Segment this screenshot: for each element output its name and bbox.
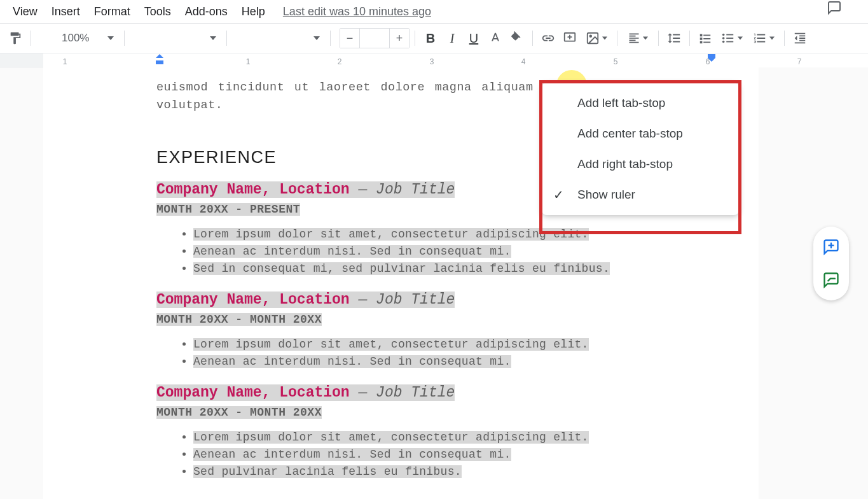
separator	[689, 31, 690, 46]
ruler-tick: 5	[614, 57, 618, 66]
menu-addons[interactable]: Add-ons	[179, 1, 234, 22]
svg-point-4	[722, 37, 725, 39]
svg-rect-6	[156, 60, 163, 64]
ctx-add-center-tab-stop[interactable]: Add center tab-stop	[542, 118, 739, 149]
svg-point-5	[722, 41, 725, 43]
job-title: Job Title	[376, 384, 455, 401]
ruler[interactable]: 1 1 2 3 4 5 6 7	[0, 53, 868, 67]
ruler-tick: 1	[246, 57, 251, 66]
dash: —	[350, 384, 376, 401]
paint-format-button[interactable]	[5, 28, 25, 48]
chevron-down-icon	[602, 36, 607, 41]
ctx-add-left-tab-stop[interactable]: Add left tab-stop	[542, 88, 739, 118]
job-dates[interactable]: MONTH 20XX - MONTH 20XX	[156, 406, 645, 419]
check-icon: ✓	[553, 187, 564, 202]
underline-button[interactable]: U	[464, 28, 484, 48]
menu-help[interactable]: Help	[235, 1, 272, 22]
last-edit-link[interactable]: Last edit was 10 minutes ago	[283, 5, 431, 18]
company-name: Company Name, Location	[156, 292, 350, 308]
highlight-color-button[interactable]	[507, 28, 527, 48]
line-spacing-button[interactable]	[664, 28, 684, 48]
add-comment-floating-button[interactable]	[820, 235, 843, 258]
comment-history-icon[interactable]	[826, 0, 843, 18]
checklist-button[interactable]	[695, 28, 715, 48]
chevron-down-icon	[769, 36, 775, 41]
separator	[31, 31, 31, 46]
ruler-left-indent-marker[interactable]	[156, 54, 163, 68]
chevron-down-icon	[643, 36, 648, 41]
insert-image-button[interactable]	[581, 28, 612, 48]
bullet-item[interactable]: Sed pulvinar lacinia felis eu finibus.	[193, 463, 645, 481]
separator	[532, 31, 533, 46]
menu-format[interactable]: Format	[88, 1, 137, 22]
ctx-show-ruler-label: Show ruler	[577, 188, 635, 202]
ruler-tick: 2	[338, 57, 342, 66]
align-button[interactable]	[623, 28, 653, 48]
bullet-item[interactable]: Lorem ipsum dolor sit amet, consectetur …	[193, 336, 645, 353]
styles-select[interactable]	[130, 28, 221, 48]
bold-button[interactable]: B	[420, 28, 441, 48]
menu-view[interactable]: View	[6, 1, 44, 22]
ruler-tick: 4	[521, 57, 526, 66]
job-title-line[interactable]: Company Name, Location — Job Title	[156, 292, 645, 308]
separator	[617, 31, 617, 46]
toolbar: 100% − + B I U	[0, 23, 868, 53]
job-bullets: Lorem ipsum dolor sit amet, consectetur …	[156, 429, 645, 481]
company-name: Company Name, Location	[156, 181, 350, 198]
font-select[interactable]	[232, 28, 325, 48]
bullet-item[interactable]: Aenean ac interdum nisi. Sed in consequa…	[193, 243, 645, 260]
separator	[784, 31, 785, 46]
dash: —	[350, 292, 376, 308]
ruler-tick: 7	[797, 57, 802, 66]
chevron-down-icon	[313, 35, 320, 41]
ruler-tick: 3	[430, 57, 434, 66]
chevron-down-icon	[738, 36, 743, 41]
separator	[415, 31, 415, 46]
bulleted-list-button[interactable]	[717, 28, 747, 48]
ruler-context-menu: Add left tab-stop Add center tab-stop Ad…	[542, 83, 739, 215]
ctx-show-ruler[interactable]: ✓ Show ruler	[542, 179, 739, 210]
menu-tools[interactable]: Tools	[138, 1, 177, 22]
ruler-right-indent-marker[interactable]	[708, 54, 715, 66]
job-dates[interactable]: MONTH 20XX - MONTH 20XX	[156, 313, 645, 326]
font-size-increase[interactable]: +	[390, 29, 409, 48]
separator	[124, 31, 125, 46]
company-name: Company Name, Location	[156, 384, 350, 401]
menu-bar: View Insert Format Tools Add-ons Help La…	[0, 0, 868, 23]
text-color-button[interactable]	[485, 28, 506, 48]
bullet-item[interactable]: Aenean ac interdum nisi. Sed in consequa…	[193, 446, 645, 463]
zoom-value: 100%	[62, 32, 89, 45]
bullet-item[interactable]: Sed in consequat mi, sed pulvinar lacini…	[193, 260, 645, 278]
separator	[330, 31, 331, 46]
job-bullets: Lorem ipsum dolor sit amet, consectetur …	[156, 226, 645, 278]
menu-insert[interactable]: Insert	[45, 1, 86, 22]
zoom-select[interactable]: 100%	[54, 28, 119, 48]
ruler-tick: 1	[63, 57, 67, 66]
font-size-input[interactable]	[359, 29, 390, 48]
job-title: Job Title	[376, 292, 455, 308]
insert-link-button[interactable]	[538, 28, 558, 48]
separator	[658, 31, 659, 46]
separator	[226, 31, 227, 46]
job-title-line[interactable]: Company Name, Location — Job Title	[156, 384, 645, 401]
chevron-down-icon	[210, 35, 216, 41]
job-bullets: Lorem ipsum dolor sit amet, consectetur …	[156, 336, 645, 370]
decrease-indent-button[interactable]	[790, 28, 810, 48]
bullet-item[interactable]: Aenean ac interdum nisi. Sed in consequa…	[193, 353, 645, 370]
suggest-edits-floating-button[interactable]	[820, 269, 843, 292]
font-size-decrease[interactable]: −	[340, 29, 359, 48]
job-entry: Company Name, Location — Job Title MONTH…	[156, 384, 645, 481]
numbered-list-button[interactable]	[748, 28, 779, 48]
chevron-down-icon	[107, 35, 114, 41]
bullet-item[interactable]: Lorem ipsum dolor sit amet, consectetur …	[193, 429, 645, 446]
job-title: Job Title	[376, 181, 455, 198]
ctx-add-right-tab-stop[interactable]: Add right tab-stop	[542, 149, 739, 179]
svg-point-3	[722, 34, 725, 36]
dash: —	[350, 181, 376, 198]
bullet-item[interactable]: Lorem ipsum dolor sit amet, consectetur …	[193, 226, 645, 243]
floating-actions	[813, 227, 849, 300]
add-comment-button[interactable]	[560, 28, 580, 48]
svg-point-2	[589, 35, 591, 37]
italic-button[interactable]: I	[442, 28, 462, 48]
font-size-spinner: − +	[340, 28, 410, 48]
